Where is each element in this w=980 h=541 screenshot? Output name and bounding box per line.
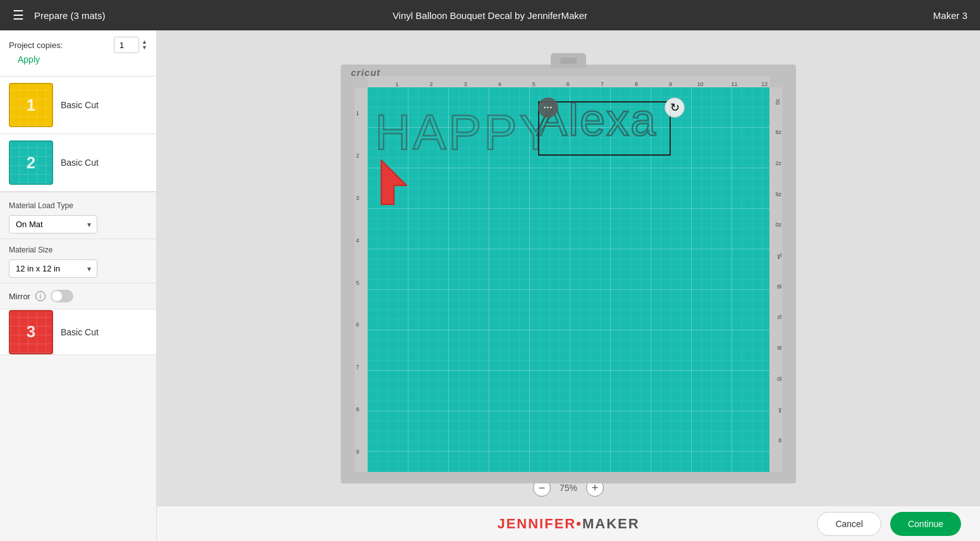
material-size-dropdown-wrap: 12 in x 12 in 12 in x 24 in (9, 259, 97, 278)
cancel-button[interactable]: Cancel (817, 512, 881, 536)
bottom-bar: JENNIFER • MAKER Cancel Continue (157, 506, 980, 541)
mat-number-1: 1 (27, 96, 35, 115)
mat-number-2: 2 (27, 153, 35, 173)
on-mat-dropdown-wrap: On Mat Without Mat (9, 215, 97, 233)
happy-text: HAPPY (375, 104, 554, 161)
mat-thumb-3: 3 (9, 310, 53, 354)
mat-label-1: Basic Cut (61, 100, 99, 110)
mat-outer-frame: cricut 1 2 3 4 5 6 7 8 (341, 65, 796, 483)
on-mat-select[interactable]: On Mat Without Mat (9, 215, 97, 233)
jennifermaker-logo: JENNIFER • MAKER (497, 516, 639, 532)
mirror-info-icon[interactable]: i (35, 291, 46, 301)
bottom-actions: Cancel Continue (640, 512, 961, 536)
mat-item-3[interactable]: 3 Basic Cut (0, 309, 156, 355)
copies-input[interactable] (114, 37, 139, 53)
machine-name: Maker 3 (933, 10, 967, 21)
mat-thumb-1: 1 (9, 83, 53, 127)
mirror-toggle[interactable] (51, 290, 73, 302)
mat-surface: ··· ↻ HAPPY Alexa (367, 87, 769, 472)
material-size-select[interactable]: 12 in x 12 in 12 in x 24 in (9, 259, 97, 278)
mat-number-3: 3 (27, 322, 35, 342)
material-load-type-section: Material Load Type On Mat Without Mat (0, 192, 156, 239)
continue-button[interactable]: Continue (890, 512, 961, 536)
mat-label-3: Basic Cut (61, 327, 99, 337)
toggle-slider (51, 290, 73, 302)
canvas-area: cricut 1 2 3 4 5 6 7 8 (157, 30, 980, 506)
logo-dot: • (576, 516, 582, 532)
material-load-type-label: Material Load Type (9, 201, 147, 210)
menu-icon[interactable]: ☰ (13, 8, 24, 23)
rotate-button[interactable]: ↻ (665, 97, 685, 118)
project-copies-row: Project copies: ▲ ▼ (9, 37, 147, 53)
project-copies-section: Project copies: ▲ ▼ Apply (0, 30, 156, 77)
topbar: ☰ Prepare (3 mats) Vinyl Balloon Bouquet… (0, 0, 980, 30)
copies-input-wrap: ▲ ▼ (114, 37, 147, 53)
ruler-right: 0c 8z 2z 9z 0z ɣl 8l zl 9l 0l ɣ 8 (769, 87, 782, 472)
mat-thumb-2: 2 (9, 140, 53, 185)
material-size-label: Material Size (9, 246, 147, 254)
left-panel: Project copies: ▲ ▼ Apply 1 B (0, 30, 157, 541)
mat-item-2[interactable]: 2 Basic Cut (0, 134, 156, 192)
prepare-title: Prepare (3 mats) (34, 10, 106, 21)
logo-maker: MAKER (582, 516, 640, 532)
content-area: cricut 1 2 3 4 5 6 7 8 (157, 30, 980, 541)
copies-arrows: ▲ ▼ (142, 39, 147, 51)
ruler-left: 1 2 3 4 5 6 7 8 9 (355, 87, 367, 472)
apply-button[interactable]: Apply (9, 53, 49, 71)
project-title: Vinyl Balloon Bouquet Decal by JenniferM… (393, 10, 587, 21)
mat-list: 1 Basic Cut 2 Basic Cut Material Load Ty… (0, 77, 156, 541)
cutting-mat: cricut 1 2 3 4 5 6 7 8 (341, 53, 796, 483)
mirror-label: Mirror (9, 292, 30, 301)
ruler-top: 1 2 3 4 5 6 7 8 9 10 11 12 (367, 76, 769, 87)
mat-handle-grip (560, 58, 577, 64)
mat-handle (551, 53, 586, 68)
zoom-level-label: 75% (557, 483, 580, 493)
material-size-section: Material Size 12 in x 12 in 12 in x 24 i… (0, 239, 156, 283)
cricut-logo: cricut (351, 67, 381, 78)
mirror-row: Mirror i (0, 283, 156, 309)
context-menu-button[interactable]: ··· (538, 97, 558, 118)
mat-label-2: Basic Cut (61, 158, 99, 168)
logo-jennifer: JENNIFER (497, 516, 576, 532)
mat-item-1[interactable]: 1 Basic Cut (0, 77, 156, 134)
main-layout: Project copies: ▲ ▼ Apply 1 B (0, 30, 980, 541)
project-copies-label: Project copies: (9, 40, 114, 50)
copies-down-arrow[interactable]: ▼ (142, 45, 147, 51)
